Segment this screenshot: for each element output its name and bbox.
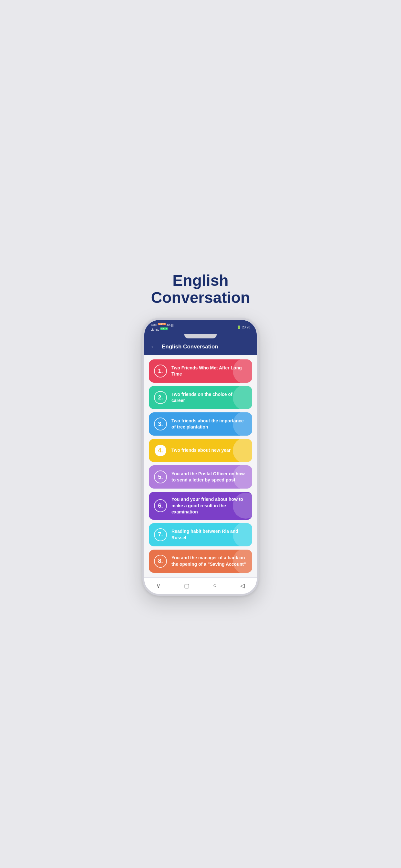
carrier1-label: airtel VoLTE 4G ||| [151,322,174,328]
notch [184,334,217,338]
item-text: Two Friends Who Met After Long Time [172,365,247,377]
back-button[interactable]: ← [150,343,157,350]
notch-area [144,333,257,338]
list-item[interactable]: 3. Two friends about the importance of t… [149,412,252,436]
item-number: 6. [154,499,167,512]
list-item[interactable]: 1. Two Friends Who Met After Long Time [149,360,252,383]
app-header-title: English Conversation [162,344,218,350]
nav-square-icon[interactable]: ▢ [184,582,189,589]
content-area: 1. Two Friends Who Met After Long Time 2… [144,355,257,578]
item-text: You and the manager of a bank on the ope… [172,555,247,567]
battery-icon: 🔋 [237,326,241,329]
carrier-info: airtel VoLTE 4G ||| Jio 4G VoLTE [151,322,174,332]
item-text: Two friends about new year [172,447,247,454]
list-item[interactable]: 7. Reading habit between Ria and Russel [149,523,252,547]
list-item[interactable]: 5. You and the Postal Officer on how to … [149,465,252,489]
item-number: 3. [154,417,167,430]
page-title: English Conversation [151,272,250,306]
status-bar: airtel VoLTE 4G ||| Jio 4G VoLTE 🔋 23:20 [144,320,257,333]
item-text: You and your friend about how to make a … [172,496,247,516]
nav-circle-icon[interactable]: ○ [213,582,217,589]
item-text: Two friends on the choice of career [172,392,247,404]
item-number: 4. [154,444,167,457]
item-number: 2. [154,391,167,404]
phone-frame: airtel VoLTE 4G ||| Jio 4G VoLTE 🔋 23:20… [143,318,258,596]
list-item[interactable]: 6. You and your friend about how to make… [149,492,252,520]
item-text: You and the Postal Officer on how to sen… [172,471,247,484]
carrier2-label: Jio 4G VoLTE [151,327,174,332]
navigation-bar: ∨ ▢ ○ ◁ [144,578,257,594]
page-wrapper: English Conversation airtel VoLTE 4G |||… [123,272,278,596]
nav-down-icon[interactable]: ∨ [156,582,160,589]
item-number: 1. [154,365,167,377]
item-text: Reading habit between Ria and Russel [172,528,247,541]
item-number: 8. [154,555,167,568]
nav-back-icon[interactable]: ◁ [240,582,245,589]
item-number: 7. [154,528,167,541]
list-item[interactable]: 4. Two friends about new year [149,439,252,462]
item-text: Two friends about the importance of tree… [172,418,247,430]
app-header: ← English Conversation [144,338,257,355]
time-label: 23:20 [242,326,250,329]
list-item[interactable]: 8. You and the manager of a bank on the … [149,550,252,573]
status-right: 🔋 23:20 [237,326,250,329]
item-number: 5. [154,470,167,484]
list-item[interactable]: 2. Two friends on the choice of career [149,386,252,409]
